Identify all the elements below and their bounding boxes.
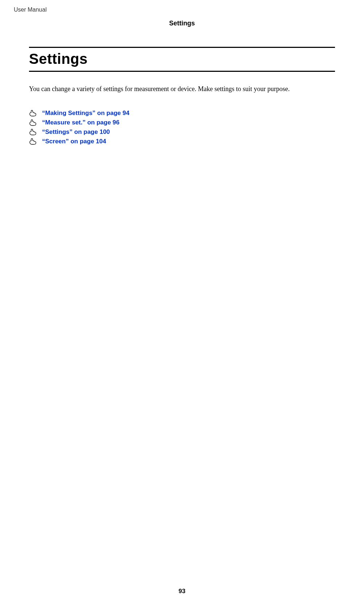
xref-link-measure-set[interactable]: “Measure set.” on page 96	[42, 119, 120, 126]
xref-item: “Making Settings” on page 94	[29, 110, 335, 117]
running-head-center: Settings	[29, 20, 335, 27]
hand-pointer-icon	[29, 138, 38, 145]
hand-pointer-icon	[29, 119, 38, 126]
xref-item: “Measure set.” on page 96	[29, 119, 335, 126]
xref-item: “Screen” on page 104	[29, 138, 335, 145]
manual-page: User Manual Settings Settings You can ch…	[0, 0, 364, 608]
cross-reference-list: “Making Settings” on page 94 “Measure se…	[29, 110, 335, 145]
xref-link-settings[interactable]: “Settings” on page 100	[42, 128, 110, 136]
xref-link-screen[interactable]: “Screen” on page 104	[42, 138, 106, 145]
running-head-left: User Manual	[14, 7, 47, 13]
chapter-title: Settings	[29, 51, 335, 67]
page-number: 93	[0, 588, 364, 595]
xref-link-making-settings[interactable]: “Making Settings” on page 94	[42, 110, 129, 117]
xref-item: “Settings” on page 100	[29, 128, 335, 136]
hand-pointer-icon	[29, 110, 38, 116]
hand-pointer-icon	[29, 129, 38, 135]
chapter-heading-block: Settings	[29, 47, 335, 72]
chapter-intro: You can change a variety of settings for…	[29, 84, 335, 94]
